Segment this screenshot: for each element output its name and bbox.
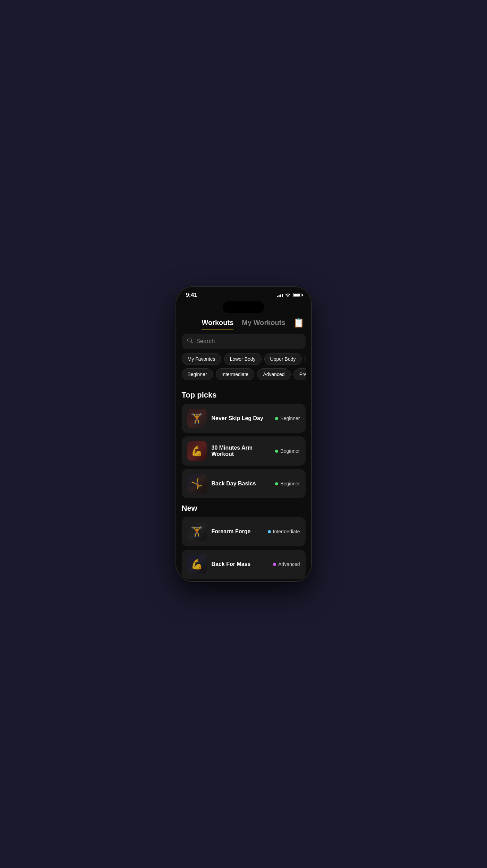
difficulty-label-leg: Beginner bbox=[280, 416, 300, 421]
filter-full-body[interactable]: Full Body bbox=[305, 353, 306, 365]
workout-badge-arm: Beginner bbox=[275, 448, 300, 454]
phone-frame: 9:41 bbox=[176, 286, 312, 582]
workout-info-back: Back Day Basics bbox=[207, 481, 275, 487]
workout-card-forearm-forge[interactable]: 🏋️ Forearm Forge Intermediate bbox=[182, 517, 306, 546]
workout-thumbnail-back: 🤸 bbox=[187, 474, 207, 493]
status-time: 9:41 bbox=[186, 292, 197, 299]
workout-info-mass: Back For Mass bbox=[207, 561, 273, 567]
clipboard-icon[interactable]: 📋 bbox=[293, 317, 304, 328]
filter-upper-body[interactable]: Upper Body bbox=[264, 353, 302, 365]
signal-icon bbox=[277, 293, 283, 297]
workout-name-leg: Never Skip Leg Day bbox=[212, 415, 275, 422]
phone-screen: 9:41 bbox=[176, 287, 311, 581]
section-top-picks-title: Top picks bbox=[182, 391, 306, 400]
dynamic-island bbox=[223, 301, 264, 313]
difficulty-dot-back bbox=[275, 482, 278, 485]
status-icons bbox=[277, 292, 301, 298]
workout-badge-forearm: Intermediate bbox=[268, 529, 300, 534]
workout-info-forearm: Forearm Forge bbox=[207, 528, 268, 535]
search-icon bbox=[187, 338, 193, 345]
scroll-content: Top picks 🏋️ Never Skip Leg Day Beginner… bbox=[176, 382, 311, 581]
filter-pregnancy-safe[interactable]: Pregnancy Safe bbox=[293, 368, 306, 380]
workout-name-arm: 30 Minutes Arm Workout bbox=[212, 445, 275, 457]
workout-badge-back: Beginner bbox=[275, 481, 300, 486]
workout-info-leg: Never Skip Leg Day bbox=[207, 415, 275, 422]
battery-icon bbox=[293, 293, 301, 297]
filter-row-2: Beginner Intermediate Advanced Pregnancy… bbox=[182, 368, 306, 382]
difficulty-dot-arm bbox=[275, 450, 278, 453]
workout-card-arm-workout[interactable]: 💪 30 Minutes Arm Workout Beginner bbox=[182, 436, 306, 466]
difficulty-dot-mass bbox=[273, 563, 276, 566]
tab-navigation: Workouts My Workouts 📋 bbox=[176, 315, 311, 334]
section-new-title: New bbox=[182, 504, 306, 513]
status-bar: 9:41 bbox=[176, 287, 311, 301]
workout-name-back: Back Day Basics bbox=[212, 481, 275, 487]
difficulty-dot-leg bbox=[275, 417, 278, 420]
tab-my-workouts[interactable]: My Workouts bbox=[238, 317, 289, 328]
arm-figure-icon: 💪 bbox=[191, 445, 203, 457]
filter-my-favorites[interactable]: My Favorites bbox=[182, 353, 221, 365]
workout-info-arm: 30 Minutes Arm Workout bbox=[207, 445, 275, 457]
difficulty-label-arm: Beginner bbox=[280, 448, 300, 454]
filter-row-1: My Favorites Lower Body Upper Body Full … bbox=[182, 353, 306, 367]
search-placeholder: Search bbox=[196, 338, 215, 345]
filter-section: My Favorites Lower Body Upper Body Full … bbox=[176, 353, 311, 382]
forearm-figure-icon: 🏋️ bbox=[191, 526, 203, 537]
filter-intermediate[interactable]: Intermediate bbox=[216, 368, 255, 380]
filter-lower-body[interactable]: Lower Body bbox=[224, 353, 262, 365]
workout-card-never-skip-leg-day[interactable]: 🏋️ Never Skip Leg Day Beginner bbox=[182, 404, 306, 433]
workout-name-mass: Back For Mass bbox=[212, 561, 273, 567]
workout-thumbnail-mass: 💪 bbox=[187, 554, 207, 574]
workout-badge-leg: Beginner bbox=[275, 416, 300, 421]
difficulty-label-mass: Advanced bbox=[278, 561, 300, 567]
difficulty-label-forearm: Intermediate bbox=[273, 529, 300, 534]
tab-workouts[interactable]: Workouts bbox=[197, 317, 238, 328]
difficulty-dot-forearm bbox=[268, 530, 271, 533]
workout-thumbnail-forearm: 🏋️ bbox=[187, 522, 207, 541]
filter-beginner[interactable]: Beginner bbox=[182, 368, 213, 380]
workout-card-back-day-basics[interactable]: 🤸 Back Day Basics Beginner bbox=[182, 469, 306, 498]
workout-name-forearm: Forearm Forge bbox=[212, 528, 268, 535]
workout-card-back-for-mass[interactable]: 💪 Back For Mass Advanced bbox=[182, 550, 306, 579]
difficulty-label-back: Beginner bbox=[280, 481, 300, 486]
workout-badge-mass: Advanced bbox=[273, 561, 300, 567]
mass-figure-icon: 💪 bbox=[191, 559, 203, 570]
leg-figure-icon: 🏋️ bbox=[191, 413, 203, 424]
workout-thumbnail-leg: 🏋️ bbox=[187, 409, 207, 428]
search-container: Search bbox=[176, 334, 311, 353]
filter-advanced[interactable]: Advanced bbox=[257, 368, 290, 380]
search-bar[interactable]: Search bbox=[182, 334, 306, 349]
workout-thumbnail-arm: 💪 bbox=[187, 441, 207, 461]
back-figure-icon: 🤸 bbox=[191, 478, 203, 490]
wifi-icon bbox=[285, 292, 291, 298]
